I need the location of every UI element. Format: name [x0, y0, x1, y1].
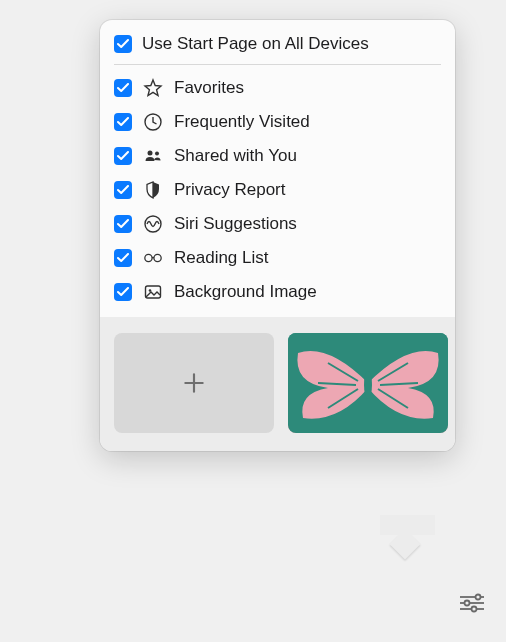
divider [114, 64, 441, 65]
glasses-icon [142, 247, 164, 269]
svg-point-2 [155, 152, 159, 156]
option-shared-with-you[interactable]: Shared with You [100, 139, 455, 173]
customize-start-page-button[interactable] [451, 582, 493, 624]
start-page-options-popover: Use Start Page on All Devices Favorites … [100, 20, 455, 451]
svg-point-15 [472, 607, 477, 612]
background-thumbnail-1[interactable] [288, 333, 448, 433]
checkbox-frequently-visited[interactable] [114, 113, 132, 131]
reading-list-label: Reading List [174, 248, 441, 268]
checkbox-shared[interactable] [114, 147, 132, 165]
svg-point-11 [476, 595, 481, 600]
svg-point-9 [364, 371, 372, 399]
add-background-button[interactable] [114, 333, 274, 433]
svg-point-5 [154, 254, 161, 261]
option-frequently-visited[interactable]: Frequently Visited [100, 105, 455, 139]
clock-icon [142, 111, 164, 133]
option-background-image[interactable]: Background Image [100, 275, 455, 309]
privacy-report-label: Privacy Report [174, 180, 441, 200]
frequently-visited-label: Frequently Visited [174, 112, 441, 132]
shared-with-you-label: Shared with You [174, 146, 441, 166]
siri-icon [142, 213, 164, 235]
option-favorites[interactable]: Favorites [100, 71, 455, 105]
favorites-label: Favorites [174, 78, 441, 98]
checkbox-siri[interactable] [114, 215, 132, 233]
checkbox-favorites[interactable] [114, 79, 132, 97]
checkbox-background[interactable] [114, 283, 132, 301]
option-siri-suggestions[interactable]: Siri Suggestions [100, 207, 455, 241]
checkbox-reading[interactable] [114, 249, 132, 267]
checkbox-privacy[interactable] [114, 181, 132, 199]
background-thumbnails [100, 317, 455, 451]
svg-point-13 [465, 601, 470, 606]
star-icon [142, 77, 164, 99]
background-image-label: Background Image [174, 282, 441, 302]
option-reading-list[interactable]: Reading List [100, 241, 455, 275]
svg-point-1 [148, 151, 153, 156]
image-icon [142, 281, 164, 303]
shield-icon [142, 179, 164, 201]
svg-point-4 [145, 254, 152, 261]
option-use-start-page-all-devices[interactable]: Use Start Page on All Devices [100, 32, 455, 64]
use-start-page-label: Use Start Page on All Devices [142, 34, 441, 54]
siri-suggestions-label: Siri Suggestions [174, 214, 441, 234]
option-privacy-report[interactable]: Privacy Report [100, 173, 455, 207]
checkbox-use-start-page[interactable] [114, 35, 132, 53]
people-icon [142, 145, 164, 167]
